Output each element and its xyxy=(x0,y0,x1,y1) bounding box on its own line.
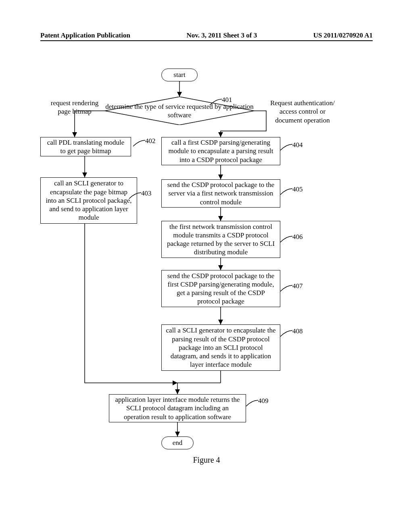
terminator-start: start xyxy=(161,69,198,81)
header-right: US 2011/0270920 A1 xyxy=(313,31,373,39)
branch-label-right: Request authentication/ access control o… xyxy=(266,99,339,125)
ref-405: 405 xyxy=(292,185,303,193)
branch-label-left: request rendering page bitmap xyxy=(50,99,99,116)
figure-caption: Figure 4 xyxy=(193,455,220,465)
box-404-csdp-parse-generate: call a first CSDP parsing/generating mod… xyxy=(161,137,280,165)
box-407-parse-csdp: send the CSDP protocol package to the fi… xyxy=(161,270,280,307)
box-403-scli-generator: call an SCLI generator to encapsulate th… xyxy=(40,177,137,224)
decision-text: determine the type of service requested … xyxy=(105,102,254,120)
page-header: Patent Application Publication Nov. 3, 2… xyxy=(0,31,413,39)
box-405-send-csdp: send the CSDP protocol package to the se… xyxy=(161,179,280,208)
flowchart: start determine the type of service requ… xyxy=(40,69,373,492)
header-rule xyxy=(40,40,373,41)
box-409-return-result: application layer interface module retur… xyxy=(109,394,246,422)
ref-402: 402 xyxy=(145,137,156,145)
ref-404: 404 xyxy=(292,141,303,149)
box-402-pdl-translate: call PDL translating module to get page … xyxy=(40,137,131,156)
ref-403: 403 xyxy=(141,189,152,197)
header-left: Patent Application Publication xyxy=(40,31,130,39)
box-406-receive-csdp: the first network transmission control m… xyxy=(161,221,280,258)
terminator-end: end xyxy=(161,436,194,449)
ref-407: 407 xyxy=(292,282,303,290)
ref-401: 401 xyxy=(222,96,232,104)
ref-406: 406 xyxy=(292,233,303,241)
ref-409: 409 xyxy=(258,397,269,405)
box-408-scli-generator-csdp: call a SCLI generator to encapsulate the… xyxy=(161,324,280,371)
header-center: Nov. 3, 2011 Sheet 3 of 3 xyxy=(186,31,257,39)
ref-408: 408 xyxy=(292,327,303,335)
